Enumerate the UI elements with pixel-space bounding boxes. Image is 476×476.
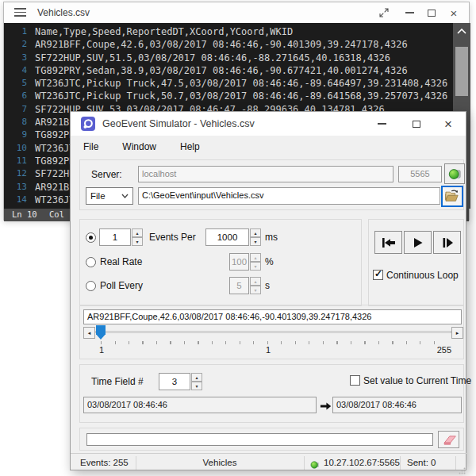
progress-group [79, 428, 464, 451]
time-field-label: Time Field # [91, 376, 144, 387]
spin-down-icon[interactable]: ▾ [132, 237, 143, 246]
event-count-stepper[interactable]: 1 ▴▾ [99, 228, 143, 246]
scrollbar-thumb[interactable] [455, 47, 468, 96]
close-icon[interactable]: × [434, 112, 463, 136]
connection-address: 10.27.102.67:5565 [324, 458, 400, 467]
skip-back-icon [381, 237, 397, 248]
spin-down-icon[interactable]: ▾ [191, 382, 202, 390]
resize-grip[interactable] [459, 463, 466, 476]
spin-down-icon[interactable]: ▾ [250, 286, 261, 294]
editor-titlebar: Vehicles.csv × [4, 2, 469, 23]
csv-line: 6WT236JTC,Pickup Truck,50.7,03/08/2017 0… [4, 90, 453, 102]
geoevent-simulator-window: GeoEvent Simulator - Vehicles.csv × File… [70, 111, 466, 470]
scroll-up-icon[interactable] [453, 23, 470, 39]
continuous-loop-label: Continuous Loop [386, 270, 459, 281]
server-port-input[interactable]: 5565 [398, 166, 442, 182]
close-icon[interactable]: × [442, 2, 466, 23]
editor-title: Vehicles.csv [37, 7, 90, 18]
menu-window[interactable]: Window [121, 139, 158, 155]
time-output-field[interactable]: 03/08/2017 08:46:46 [332, 397, 462, 413]
feed-name: Vehicles [136, 458, 304, 467]
simulator-title: GeoEvent Simulator - Vehicles.csv [102, 118, 255, 129]
simulator-titlebar: GeoEvent Simulator - Vehicles.csv × [71, 112, 466, 136]
events-count: Events: 255 [80, 458, 129, 467]
csv-line: 3SF722HUP,SUV,51.5,03/08/2017 08:46:46,-… [4, 52, 453, 64]
expand-icon[interactable] [372, 2, 396, 23]
current-event-field[interactable]: AR921BFF,Coupe,42.6,03/08/2017 08:46:46,… [83, 309, 462, 324]
playback-group: Continuous Loop [368, 219, 464, 306]
continuous-loop-checkbox[interactable] [373, 270, 383, 280]
event-slider-thumb[interactable] [96, 325, 106, 340]
progress-bar [86, 433, 433, 446]
server-label: Server: [91, 169, 122, 180]
play-icon [412, 237, 424, 248]
real-rate-label: Real Rate [100, 256, 142, 267]
hamburger-menu-icon[interactable] [14, 8, 26, 17]
file-path-input[interactable]: C:\GeoEvent\input\Vehicles.csv [138, 187, 440, 205]
csv-line: 2AR921BFF,Coupe,42.6,03/08/2017 08:46:46… [4, 38, 453, 51]
csv-line: 1Name,Type,Speed,ReportedDT,XCoord,YCoor… [4, 25, 453, 38]
geoevent-app-icon [81, 117, 95, 134]
menu-help[interactable]: Help [178, 139, 202, 155]
csv-line: 4TG892PRY,Sedan,38.9,03/08/2017 08:46:46… [4, 64, 453, 77]
eraser-icon [441, 434, 457, 445]
step-to-beginning-button[interactable] [374, 231, 402, 254]
real-rate-unit-label: % [265, 256, 274, 267]
slider-max-label: 255 [428, 345, 451, 355]
line-indicator: Ln 10 [12, 209, 37, 219]
spin-up-icon[interactable]: ▴ [250, 228, 261, 237]
menu-file[interactable]: File [82, 139, 100, 155]
interval-unit-label: ms [265, 232, 278, 243]
slider-left-arrow[interactable]: ◂ [83, 327, 95, 339]
interval-stepper[interactable]: 1000 ▴▾ [205, 228, 261, 246]
arrow-right-icon [320, 400, 332, 414]
time-original-field[interactable]: 03/08/2017 08:46:46 [83, 397, 317, 413]
connection-dot-icon [310, 459, 320, 473]
server-group: Server: localhost 5565 File C:\GeoEvent\… [79, 159, 464, 210]
step-forward-button[interactable] [433, 231, 461, 254]
folder-open-icon [444, 190, 460, 203]
menubar: File Window Help [71, 136, 466, 157]
events-per-radio[interactable] [86, 232, 96, 243]
real-rate-stepper[interactable]: 100 ▴▾ [229, 253, 261, 271]
events-per-label: Events Per [149, 232, 196, 243]
maximize-icon[interactable] [420, 2, 443, 23]
clear-button[interactable] [438, 431, 459, 448]
play-button[interactable] [404, 231, 432, 254]
time-field-group: Time Field # 3 ▴▾ Set value to Current T… [79, 364, 464, 423]
connect-button[interactable] [444, 163, 465, 184]
spin-up-icon[interactable]: ▴ [132, 228, 143, 237]
time-field-stepper[interactable]: 3 ▴▾ [159, 373, 202, 390]
maximize-icon[interactable] [402, 112, 431, 136]
slider-ticks [101, 341, 447, 344]
simulator-statusbar: Events: 255 Vehicles 10.27.102.67:5565 S… [71, 453, 467, 471]
source-type-select[interactable]: File [86, 187, 133, 205]
real-rate-radio[interactable] [86, 257, 96, 267]
set-current-time-label: Set value to Current Time [363, 375, 471, 386]
slider-min-label: 1 [97, 345, 106, 355]
csv-line: 5WT236JTC,Pickup Truck,47.5,03/08/2017 0… [4, 77, 453, 90]
poll-every-label: Poll Every [100, 280, 143, 291]
poll-unit-label: s [265, 280, 270, 291]
column-indicator: Col [49, 209, 64, 219]
minimize-icon[interactable] [367, 112, 396, 136]
spin-down-icon[interactable]: ▾ [250, 262, 261, 271]
poll-every-radio[interactable] [86, 281, 96, 291]
spin-up-icon[interactable]: ▴ [250, 277, 261, 286]
slider-right-arrow[interactable]: ▸ [451, 327, 463, 339]
minimize-icon[interactable] [397, 2, 421, 23]
sent-count: Sent: 0 [407, 458, 436, 467]
set-current-time-checkbox[interactable] [350, 375, 360, 386]
spin-up-icon[interactable]: ▴ [191, 373, 202, 382]
chevron-down-icon [121, 194, 129, 198]
event-slider-track[interactable] [95, 331, 451, 333]
browse-file-button[interactable] [441, 186, 463, 207]
connection-status-icon [447, 167, 463, 182]
spin-down-icon[interactable]: ▾ [250, 237, 261, 246]
poll-stepper[interactable]: 5 ▴▾ [229, 277, 261, 294]
step-forward-icon [441, 237, 454, 248]
server-host-input[interactable]: localhost [138, 166, 393, 182]
spin-up-icon[interactable]: ▴ [250, 253, 261, 262]
event-preview-group: AR921BFF,Coupe,42.6,03/08/2017 08:46:46,… [79, 305, 464, 359]
rate-group: 1 ▴▾ Events Per 1000 ▴▾ ms Real Rate 100… [79, 219, 362, 306]
